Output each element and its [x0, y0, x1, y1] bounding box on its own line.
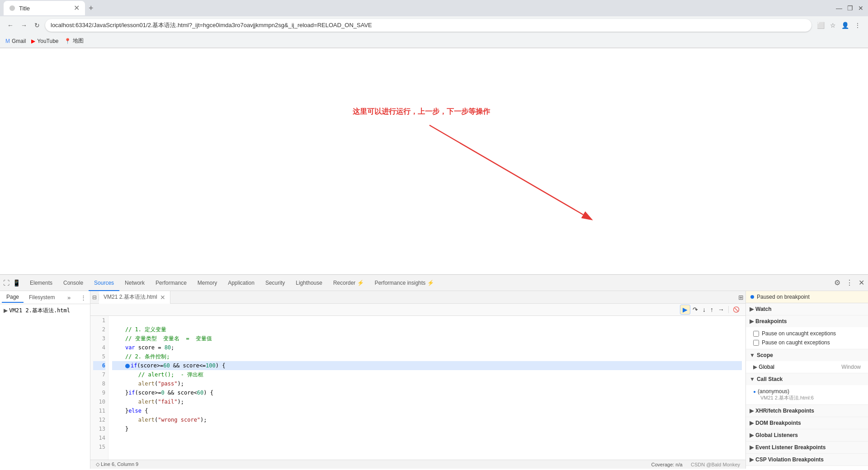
watch-section: ▶ Watch [746, 303, 868, 315]
tab-console[interactable]: Console [58, 275, 89, 291]
dom-arrow-icon: ▶ [750, 420, 754, 426]
devtools-inspect-btn[interactable]: ⛶ [2, 278, 11, 287]
status-position: ◇ Line 6, Column 9 [96, 461, 138, 467]
browser-tab[interactable]: Title ✕ [4, 1, 85, 15]
csp-breakpoints-header[interactable]: ▶ CSP Violation Breakpoints [746, 454, 868, 465]
menu-btn[interactable]: ⋮ [853, 20, 863, 31]
pause-uncaught-item: Pause on uncaught exceptions [750, 329, 864, 338]
breakpoints-section: ▶ Breakpoints Pause on uncaught exceptio… [746, 315, 868, 349]
close-btn[interactable]: ✕ [857, 5, 864, 12]
step-btn[interactable]: → [716, 305, 726, 315]
scope-arrow-icon: ▼ [750, 352, 755, 358]
scope-global-item[interactable]: ▶ Global Window [750, 363, 864, 371]
devtools-more-btn[interactable]: ⋮ [844, 277, 855, 289]
watch-header[interactable]: ▶ Watch [746, 303, 868, 315]
reload-btn[interactable]: ↻ [33, 20, 42, 31]
devtools-device-btn[interactable]: 📱 [12, 278, 21, 287]
xhr-breakpoints-header[interactable]: ▶ XHR/fetch Breakpoints [746, 405, 868, 417]
bookmark-btn[interactable]: ☆ [828, 20, 838, 31]
code-format-btn[interactable]: ⊞ [736, 293, 745, 302]
global-listeners-header[interactable]: ▶ Global Listeners [746, 429, 868, 441]
file-panel-tab-filesystem[interactable]: Filesystem [24, 292, 59, 302]
pause-uncaught-checkbox[interactable] [753, 331, 759, 337]
file-tree-item-vm21[interactable]: ▶ VM21 2.基本语法.html [0, 306, 90, 315]
deactivate-breakpoints-btn[interactable]: 🚫 [731, 305, 742, 314]
pause-caught-label: Pause on caught exceptions [762, 339, 830, 346]
file-panel: Page Filesystem » ⋮ ▶ VM21 2.基本语法.html [0, 291, 90, 469]
svg-point-0 [9, 5, 15, 11]
call-stack-location: VM21 2.基本语法.html:6 [753, 395, 861, 401]
call-stack-header[interactable]: ▼ Call Stack [746, 373, 868, 385]
resume-script-btn[interactable]: ▶ [680, 305, 690, 315]
file-panel-tab-page[interactable]: Page [2, 292, 24, 303]
watch-arrow-icon: ▶ [750, 306, 754, 312]
call-stack-item-anonymous[interactable]: ● (anonymous) VM21 2.基本语法.html:6 [750, 387, 864, 403]
code-line-14 [112, 433, 742, 442]
tab-elements[interactable]: Elements [24, 275, 58, 291]
bookmarks-bar: M Gmail ▶ YouTube 📍 地图 [0, 34, 868, 48]
code-area: 12345 6 7891011 12131415 // 1. 定义变量 // 变… [90, 316, 745, 460]
file-tree-filename: VM21 2.基本语法.html [9, 307, 70, 314]
tab-performance[interactable]: Performance [150, 275, 192, 291]
restore-btn[interactable]: ❐ [846, 5, 854, 12]
code-line-5: // 2. 条件控制; [112, 352, 742, 361]
breakpoints-header[interactable]: ▶ Breakpoints [746, 315, 868, 327]
annotation-text: 这里可以进行运行，上一步，下一步等操作 [353, 107, 490, 117]
back-btn[interactable]: ← [5, 20, 15, 31]
csp-breakpoints-label: CSP Violation Breakpoints [755, 456, 824, 463]
code-line-7: // alert(); - 弹出框 [112, 370, 742, 379]
pause-caught-checkbox[interactable] [753, 340, 759, 346]
file-panel-more-btn[interactable]: » [66, 292, 72, 303]
file-panel-extra-btn[interactable]: ⋮ [79, 293, 88, 302]
profile-btn[interactable]: 👤 [840, 20, 851, 31]
bookmark-maps[interactable]: 📍 地图 [64, 37, 84, 45]
csp-breakpoints-section: ▶ CSP Violation Breakpoints [746, 454, 868, 466]
window-controls: — ❐ ✕ [835, 5, 864, 12]
tab-application[interactable]: Application [222, 275, 260, 291]
sidebar-toggle-btn[interactable]: ⊟ [92, 294, 97, 301]
code-tab-vm21[interactable]: VM21 2.基本语法.html ✕ [99, 291, 170, 304]
new-tab-button[interactable]: + [85, 4, 97, 13]
url-input[interactable] [45, 19, 811, 32]
tab-security[interactable]: Security [260, 275, 290, 291]
minimize-btn[interactable]: — [835, 5, 843, 12]
paused-label: Paused on breakpoint [757, 294, 810, 300]
scope-section: ▼ Scope ▶ Global Window [746, 349, 868, 373]
tab-lighthouse[interactable]: Lighthouse [290, 275, 328, 291]
devtools-settings-group: ⚙ ⋮ ✕ [832, 277, 866, 289]
tab-recorder[interactable]: Recorder ⚡ [328, 275, 369, 291]
dom-breakpoints-header[interactable]: ▶ DOM Breakpoints [746, 417, 868, 429]
breakpoints-label: Breakpoints [755, 318, 787, 324]
call-stack-content: ● (anonymous) VM21 2.基本语法.html:6 [746, 385, 868, 404]
event-listener-arrow-icon: ▶ [750, 444, 754, 451]
tab-network[interactable]: Network [119, 275, 150, 291]
maps-icon: 📍 [64, 38, 71, 44]
tab-favicon-icon [9, 5, 15, 11]
csp-arrow-icon: ▶ [750, 456, 754, 463]
step-over-btn[interactable]: ↷ [690, 305, 700, 315]
cast-btn[interactable]: ⬜ [815, 20, 826, 31]
tab-performance-insights[interactable]: Performance insights ⚡ [369, 275, 439, 291]
step-into-btn[interactable]: ↓ [700, 305, 708, 315]
bookmark-youtube-label: YouTube [37, 38, 58, 44]
status-bar: ◇ Line 6, Column 9 Coverage: n/a CSDN @B… [90, 460, 745, 469]
bookmark-gmail[interactable]: M Gmail [5, 38, 26, 44]
tab-memory[interactable]: Memory [192, 275, 222, 291]
address-actions: ⬜ ☆ 👤 ⋮ [815, 20, 863, 31]
devtools-settings-btn[interactable]: ⚙ [832, 277, 842, 289]
code-tab-close-btn[interactable]: ✕ [160, 294, 165, 301]
call-stack-arrow-icon: ▼ [750, 376, 755, 382]
global-listeners-label: Global Listeners [755, 432, 798, 438]
event-listener-breakpoints-header[interactable]: ▶ Event Listener Breakpoints [746, 442, 868, 453]
step-out-btn[interactable]: ↑ [708, 305, 716, 315]
tab-close-btn[interactable]: ✕ [74, 5, 80, 12]
tab-sources[interactable]: Sources [89, 275, 119, 291]
devtools-close-btn[interactable]: ✕ [857, 277, 866, 289]
code-content[interactable]: // 1. 定义变量 // 变量类型 变量名 = 变量值 var score =… [108, 316, 745, 460]
bookmark-youtube[interactable]: ▶ YouTube [31, 38, 58, 44]
file-panel-actions: Page Filesystem » ⋮ [0, 291, 90, 304]
scope-header[interactable]: ▼ Scope [746, 349, 868, 361]
code-tab-filename: VM21 2.基本语法.html [104, 293, 157, 301]
paused-indicator [750, 295, 754, 299]
forward-btn[interactable]: → [19, 20, 29, 31]
